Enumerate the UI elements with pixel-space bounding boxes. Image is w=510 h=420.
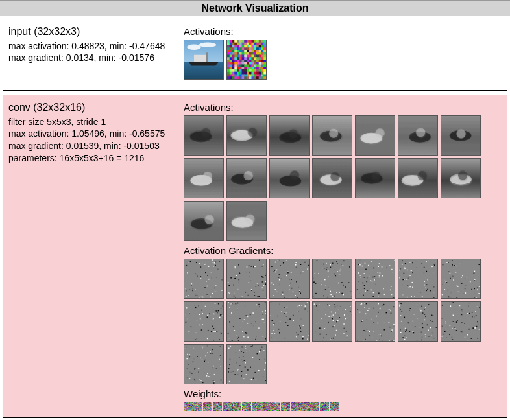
gradient-tile [184, 259, 224, 299]
weight-tile [232, 402, 241, 411]
activation-tile [184, 115, 224, 156]
weight-tile [291, 402, 300, 411]
gradient-tile [269, 259, 310, 299]
activation-tile [184, 158, 224, 198]
gradient-tile [355, 301, 395, 342]
title-bar: Network Visualization [0, 0, 510, 16]
layer-input-title: input (32x32x3) [8, 25, 178, 39]
layer-conv: conv (32x32x16) filter size 5x5x3, strid… [3, 95, 507, 418]
activation-tile [226, 40, 267, 80]
activation-tile [184, 201, 224, 241]
weight-tile [242, 402, 251, 411]
weight-tile [203, 402, 212, 411]
gradient-tile [226, 259, 267, 299]
layer-conv-vis: Activations: Activation Gradients: Weigh… [184, 100, 502, 411]
weight-tile [271, 402, 280, 411]
weight-tile [193, 402, 202, 411]
activation-tile [355, 158, 395, 198]
layer-input-info: input (32x32x3) max activation: 0.48823,… [8, 25, 184, 84]
conv-activations-grid [184, 115, 502, 241]
layer-input: input (32x32x3) max activation: 0.48823,… [3, 19, 507, 91]
activation-tile [269, 115, 310, 156]
weight-tile [281, 402, 290, 411]
conv-gradients-grid [184, 259, 502, 384]
activation-tile [226, 115, 267, 156]
weight-tile [310, 402, 319, 411]
activation-tile [184, 40, 224, 80]
layer-conv-params: parameters: 16x5x5x3+16 = 1216 [8, 152, 178, 165]
gradient-tile [226, 344, 267, 384]
gradient-tile [184, 344, 224, 384]
page-title: Network Visualization [201, 3, 308, 14]
activation-tile [312, 115, 352, 156]
activation-tile [226, 201, 267, 241]
weight-tile [223, 402, 232, 411]
layer-conv-title: conv (32x32x16) [8, 100, 178, 115]
activation-tile [398, 158, 438, 198]
activation-tile [269, 158, 310, 198]
activation-tile [226, 158, 267, 198]
layer-input-stat-gradient: max gradient: 0.0134, min: -0.01576 [8, 52, 178, 64]
activation-tile [441, 115, 481, 156]
activations-label: Activations: [184, 26, 502, 37]
layer-conv-stat-gradient: max gradient: 0.01539, min: -0.01503 [8, 140, 178, 152]
activations-label: Activations: [184, 102, 502, 113]
gradient-tile [398, 259, 438, 299]
input-activations-row [184, 40, 502, 80]
activation-tile [355, 115, 395, 156]
layer-conv-filter: filter size 5x5x3, stride 1 [8, 116, 178, 128]
gradient-tile [398, 301, 438, 342]
activation-tile [398, 115, 438, 156]
weight-tile [300, 402, 310, 411]
gradients-label: Activation Gradients: [184, 245, 502, 256]
gradient-tile [269, 301, 310, 342]
weight-tile [252, 402, 261, 411]
weights-label: Weights: [184, 388, 502, 399]
activation-tile [441, 158, 481, 198]
weight-tile [261, 402, 271, 411]
gradient-tile [355, 259, 395, 299]
weight-tile [320, 402, 329, 411]
layer-conv-stat-activation: max activation: 1.05496, min: -0.65575 [8, 128, 178, 140]
layer-input-stat-activation: max activation: 0.48823, min: -0.47648 [8, 40, 178, 52]
gradient-tile [184, 301, 224, 342]
weight-tile [330, 402, 339, 411]
gradient-tile [441, 301, 481, 342]
conv-weights-row [184, 402, 502, 411]
gradient-tile [312, 259, 352, 299]
weight-tile [184, 402, 193, 411]
layer-input-vis: Activations: [184, 25, 502, 84]
layer-conv-info: conv (32x32x16) filter size 5x5x3, strid… [8, 100, 184, 411]
activation-tile [312, 158, 352, 198]
weight-tile [213, 402, 222, 411]
gradient-tile [312, 301, 352, 342]
gradient-tile [226, 301, 267, 342]
gradient-tile [441, 259, 481, 299]
